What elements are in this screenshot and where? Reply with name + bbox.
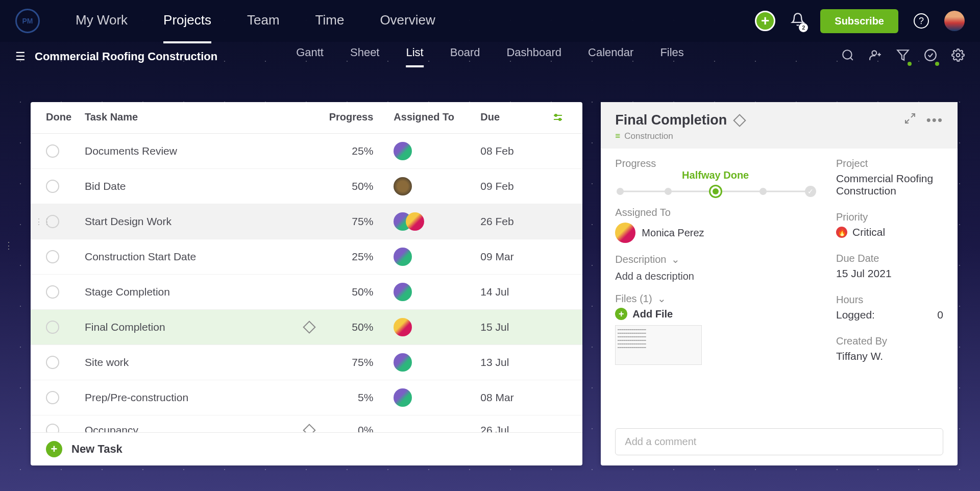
task-row[interactable]: Prep/Pre-construction 5% 08 Mar <box>31 380 582 415</box>
done-checkbox[interactable] <box>46 285 59 299</box>
avatar-icon <box>394 177 412 195</box>
task-progress: 50% <box>317 180 394 192</box>
meta-project: Project Commercial Roofing Construction <box>836 158 943 197</box>
task-name: Stage Completion <box>85 286 317 298</box>
task-name: Construction Start Date <box>85 251 317 263</box>
done-checkbox[interactable] <box>46 321 59 334</box>
done-checkbox[interactable] <box>46 424 59 432</box>
add-button[interactable]: + <box>755 11 775 31</box>
filter-icon[interactable] <box>896 48 910 65</box>
svg-point-2 <box>872 51 877 55</box>
meta-value[interactable]: 15 Jul 2021 <box>836 267 943 280</box>
tab-files[interactable]: Files <box>660 46 683 67</box>
detail-header: Final Completion ••• ≡ Construction <box>601 102 958 149</box>
user-avatar[interactable] <box>944 11 965 31</box>
task-row[interactable]: Stage Completion 50% 14 Jul <box>31 275 582 310</box>
files-section: Files (1) ⌄ + Add File ━━━━━━━━━━━━━━━━━… <box>615 292 816 365</box>
hours-logged-value: 0 <box>937 309 943 321</box>
tab-gantt[interactable]: Gantt <box>296 46 324 67</box>
more-icon[interactable]: ••• <box>926 112 943 128</box>
assigned-label: Assigned To <box>615 207 816 218</box>
task-row[interactable]: Site work 75% 13 Jul <box>31 345 582 380</box>
progress-status: Halfway Done <box>615 169 816 181</box>
add-file-button[interactable]: + Add File <box>615 308 816 320</box>
task-rows: Documents Review 25% 08 Feb Bid Date 50%… <box>31 134 582 432</box>
app-logo[interactable]: PM <box>15 9 40 33</box>
meta-value: Tiffany W. <box>836 350 943 362</box>
task-name: Occupancy <box>85 424 317 432</box>
svg-point-11 <box>559 118 561 120</box>
nav-my-work[interactable]: My Work <box>76 12 128 43</box>
tab-board[interactable]: Board <box>450 46 480 67</box>
gear-icon[interactable] <box>951 48 965 65</box>
task-row[interactable]: Bid Date 50% 09 Feb <box>31 169 582 204</box>
avatar-icon <box>394 388 412 407</box>
description-toggle[interactable]: Description ⌄ <box>615 253 816 265</box>
top-nav: PM My Work Projects Team Time Overview +… <box>0 0 980 42</box>
nav-projects[interactable]: Projects <box>163 12 211 43</box>
detail-left-column: Progress Halfway Done ✓ Assigned To <box>615 158 816 418</box>
chevron-down-icon: ⌄ <box>657 292 666 305</box>
task-due: 14 Jul <box>480 286 552 298</box>
nav-overview[interactable]: Overview <box>380 12 435 43</box>
avatar-icon <box>394 283 412 301</box>
nav-time[interactable]: Time <box>315 12 345 43</box>
task-assignees <box>394 248 480 266</box>
avatar-icon <box>406 212 424 231</box>
task-row[interactable]: Documents Review 25% 08 Feb <box>31 134 582 169</box>
priority-value[interactable]: 🔥 Critical <box>836 226 943 238</box>
done-checkbox[interactable] <box>46 180 59 193</box>
breadcrumb[interactable]: ≡ Construction <box>615 131 943 141</box>
search-icon[interactable] <box>841 48 854 65</box>
task-row[interactable]: Construction Start Date 25% 09 Mar <box>31 239 582 275</box>
task-row[interactable]: ⋮⋮ Start Design Work 75% 26 Feb <box>31 204 582 239</box>
expand-icon[interactable] <box>904 112 916 128</box>
menu-icon[interactable]: ☰ <box>15 50 26 63</box>
task-assignees <box>394 388 480 407</box>
tab-sheet[interactable]: Sheet <box>350 46 380 67</box>
meta-label: Due Date <box>836 253 943 264</box>
task-due: 13 Jul <box>480 356 552 369</box>
task-name: Final Completion <box>85 321 317 333</box>
task-row[interactable]: Final Completion 50% 15 Jul <box>31 310 582 345</box>
add-person-icon[interactable] <box>869 48 882 65</box>
done-checkbox[interactable] <box>46 391 59 404</box>
notification-count: 2 <box>799 23 808 32</box>
left-handle-icon[interactable]: ⋮ <box>4 240 13 251</box>
new-task-label: New Task <box>71 443 122 456</box>
check-circle-icon[interactable] <box>924 48 937 65</box>
progress-label: Progress <box>615 158 816 169</box>
comment-input[interactable]: Add a comment <box>615 428 943 455</box>
tab-calendar[interactable]: Calendar <box>588 46 633 67</box>
description-input[interactable]: Add a description <box>615 271 816 282</box>
subscribe-button[interactable]: Subscribe <box>820 9 898 33</box>
avatar-icon <box>394 248 412 266</box>
drag-handle-icon[interactable]: ⋮⋮ <box>35 217 51 227</box>
tab-list[interactable]: List <box>406 46 423 67</box>
task-progress: 50% <box>317 286 394 298</box>
task-assignees <box>394 177 480 195</box>
nav-team[interactable]: Team <box>247 12 280 43</box>
column-settings-icon[interactable] <box>552 111 567 126</box>
done-checkbox[interactable] <box>46 356 59 369</box>
view-tabs: Gantt Sheet List Board Dashboard Calenda… <box>296 46 684 67</box>
file-thumbnail[interactable]: ━━━━━━━━━━━━━━━━━━━━━━━━━━━━━━━━━━━━━━━━… <box>615 325 702 365</box>
meta-priority: Priority 🔥 Critical <box>836 211 943 238</box>
header-progress: Progress <box>317 111 394 126</box>
new-task-button[interactable]: + New Task <box>31 432 582 465</box>
task-row[interactable]: Occupancy 0% 26 Jul <box>31 415 582 432</box>
done-checkbox[interactable] <box>46 144 59 158</box>
task-name: Prep/Pre-construction <box>85 391 317 404</box>
files-toggle[interactable]: Files (1) ⌄ <box>615 292 816 305</box>
notifications-button[interactable]: 2 <box>791 12 805 30</box>
milestone-icon <box>733 114 746 127</box>
progress-slider[interactable]: ✓ <box>620 186 811 197</box>
content-area: Done Task Name Progress Assigned To Due … <box>0 71 980 476</box>
help-icon[interactable]: ? <box>914 13 929 29</box>
tab-dashboard[interactable]: Dashboard <box>506 46 561 67</box>
done-checkbox[interactable] <box>46 250 59 263</box>
task-name: Documents Review <box>85 145 317 157</box>
meta-hours: Hours Logged: 0 <box>836 294 943 321</box>
assignee-row[interactable]: Monica Perez <box>615 223 816 243</box>
header-assigned: Assigned To <box>394 111 480 126</box>
